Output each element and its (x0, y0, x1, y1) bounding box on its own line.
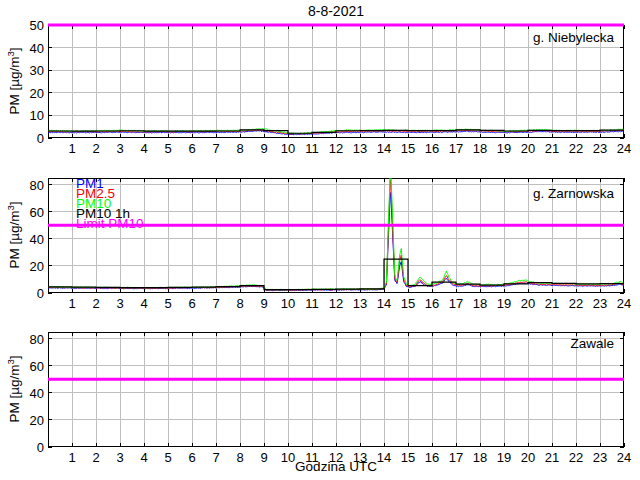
x-tick-label: 19 (491, 296, 517, 311)
y-tick-label: 0 (16, 131, 44, 146)
x-tick-label: 3 (107, 450, 133, 465)
x-tick-label: 9 (251, 141, 277, 156)
x-tick-label: 12 (323, 450, 349, 465)
x-tick-label: 16 (419, 296, 445, 311)
y-tick-label: 50 (16, 18, 44, 33)
x-tick-label: 3 (107, 296, 133, 311)
x-tick-label: 22 (563, 296, 589, 311)
x-tick-label: 16 (419, 450, 445, 465)
x-tick-label: 20 (515, 296, 541, 311)
y-tick-label: 30 (16, 63, 44, 78)
x-tick-label: 5 (155, 450, 181, 465)
y-tick-label: 40 (16, 41, 44, 56)
y-tick-label: 60 (16, 359, 44, 374)
y-tick-label: 80 (16, 332, 44, 347)
x-tick-label: 5 (155, 141, 181, 156)
x-tick-label: 16 (419, 141, 445, 156)
pm-figure: 8-8-2021 g. Niebylecka g. Zarnowska Zawa… (0, 0, 640, 480)
x-tick-label: 21 (539, 141, 565, 156)
x-tick-label: 18 (467, 450, 493, 465)
x-tick-label: 9 (251, 296, 277, 311)
y-tick-label: 20 (16, 259, 44, 274)
station-label-zarnowska: g. Zarnowska (533, 186, 614, 201)
x-tick-label: 14 (371, 141, 397, 156)
x-tick-label: 10 (275, 141, 301, 156)
x-tick-label: 10 (275, 296, 301, 311)
x-tick-label: 2 (83, 296, 109, 311)
x-tick-label: 20 (515, 141, 541, 156)
x-tick-label: 19 (491, 450, 517, 465)
x-tick-label: 9 (251, 450, 277, 465)
x-tick-label: 23 (587, 450, 613, 465)
x-tick-label: 4 (131, 141, 157, 156)
x-tick-label: 14 (371, 296, 397, 311)
x-tick-label: 23 (587, 141, 613, 156)
x-tick-label: 6 (179, 450, 205, 465)
x-tick-label: 5 (155, 296, 181, 311)
x-tick-label: 22 (563, 450, 589, 465)
x-tick-label: 7 (203, 141, 229, 156)
x-tick-label: 11 (299, 450, 325, 465)
x-tick-label: 8 (227, 450, 253, 465)
figure-title: 8-8-2021 (48, 3, 624, 19)
x-tick-label: 8 (227, 141, 253, 156)
x-tick-label: 1 (59, 296, 85, 311)
x-tick-label: 10 (275, 450, 301, 465)
y-tick-label: 60 (16, 205, 44, 220)
legend: PM1 PM2.5 PM10 PM10 1h Limit PM10 (76, 179, 144, 229)
x-tick-label: 1 (59, 141, 85, 156)
y-tick-label: 0 (16, 440, 44, 455)
x-tick-label: 19 (491, 141, 517, 156)
x-tick-label: 12 (323, 296, 349, 311)
x-tick-label: 20 (515, 450, 541, 465)
station-label-zawale: Zawale (570, 336, 614, 351)
x-tick-label: 2 (83, 141, 109, 156)
x-tick-label: 24 (611, 450, 637, 465)
x-tick-label: 13 (347, 296, 373, 311)
x-tick-label: 4 (131, 296, 157, 311)
x-tick-label: 13 (347, 450, 373, 465)
y-tick-label: 80 (16, 178, 44, 193)
x-tick-label: 13 (347, 141, 373, 156)
x-tick-label: 18 (467, 296, 493, 311)
x-tick-label: 7 (203, 450, 229, 465)
x-tick-label: 15 (395, 296, 421, 311)
y-axis-label-1: PM [µg/m3] (6, 48, 23, 115)
x-tick-label: 15 (395, 450, 421, 465)
x-tick-label: 4 (131, 450, 157, 465)
x-tick-label: 24 (611, 296, 637, 311)
x-tick-label: 21 (539, 450, 565, 465)
x-tick-label: 6 (179, 296, 205, 311)
x-tick-label: 1 (59, 450, 85, 465)
chart-panel-zawale (48, 332, 624, 447)
x-tick-label: 21 (539, 296, 565, 311)
y-tick-label: 20 (16, 86, 44, 101)
y-tick-label: 40 (16, 386, 44, 401)
x-tick-label: 12 (323, 141, 349, 156)
x-tick-label: 14 (371, 450, 397, 465)
x-tick-label: 18 (467, 141, 493, 156)
x-tick-label: 7 (203, 296, 229, 311)
x-tick-label: 17 (443, 450, 469, 465)
x-tick-label: 17 (443, 141, 469, 156)
x-tick-label: 11 (299, 141, 325, 156)
y-tick-label: 0 (16, 286, 44, 301)
y-tick-label: 40 (16, 232, 44, 247)
y-tick-label: 10 (16, 108, 44, 123)
x-tick-label: 24 (611, 141, 637, 156)
x-tick-label: 8 (227, 296, 253, 311)
x-tick-label: 3 (107, 141, 133, 156)
station-label-niebylecka: g. Niebylecka (533, 30, 614, 45)
x-tick-label: 6 (179, 141, 205, 156)
x-tick-label: 15 (395, 141, 421, 156)
x-tick-label: 17 (443, 296, 469, 311)
x-tick-label: 23 (587, 296, 613, 311)
x-tick-label: 22 (563, 141, 589, 156)
x-tick-label: 11 (299, 296, 325, 311)
x-tick-label: 2 (83, 450, 109, 465)
y-tick-label: 20 (16, 413, 44, 428)
legend-item-limit-pm10: Limit PM10 (76, 219, 144, 229)
